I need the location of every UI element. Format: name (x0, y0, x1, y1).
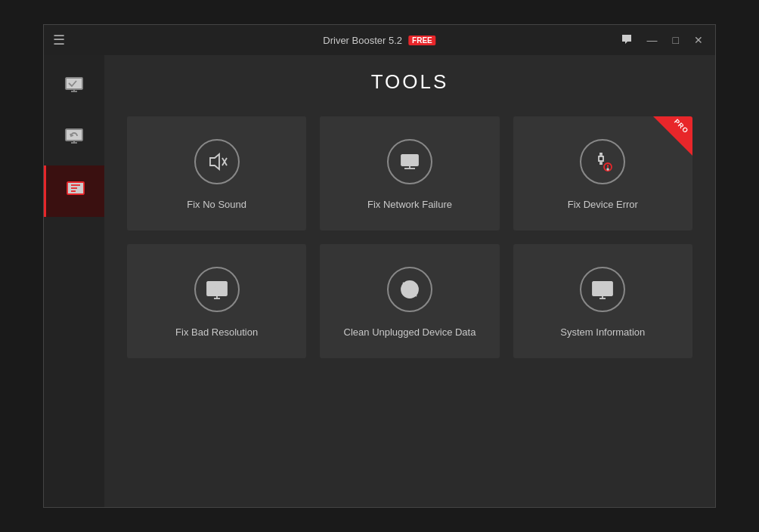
svg-point-20 (608, 169, 609, 170)
fix-no-sound-icon (194, 139, 240, 184)
fix-bad-resolution-label: Fix Bad Resolution (175, 326, 258, 339)
svg-point-30 (602, 284, 603, 286)
svg-rect-3 (66, 129, 82, 141)
tool-system-info[interactable]: System Information (513, 244, 692, 358)
main-area: TOOLS Fix No Sound (44, 55, 715, 507)
svg-rect-13 (401, 155, 418, 165)
title-bar-center: Driver Booster 5.2 FREE (323, 35, 435, 46)
restore-icon (64, 127, 84, 151)
tool-fix-no-sound[interactable]: Fix No Sound (127, 116, 306, 230)
tool-fix-device-error[interactable]: PRO Fix Device Error (513, 116, 692, 230)
minimize-button[interactable]: — (644, 33, 661, 47)
fix-network-icon (387, 139, 432, 184)
fix-device-error-icon (580, 139, 625, 184)
system-info-icon (580, 267, 625, 312)
free-badge: FREE (408, 36, 436, 45)
tool-clean-unplugged[interactable]: Clean Unplugged Device Data (320, 244, 499, 358)
display-icon (64, 76, 84, 100)
clean-unplugged-icon (387, 267, 432, 312)
page-title: TOOLS (127, 70, 692, 94)
fix-bad-resolution-icon (194, 267, 240, 312)
menu-icon[interactable]: ☰ (53, 32, 65, 48)
title-bar-right: — □ ✕ (618, 32, 706, 48)
sidebar (44, 55, 104, 507)
app-title: Driver Booster 5.2 (323, 35, 402, 46)
title-bar-left: ☰ (53, 32, 65, 48)
tool-fix-bad-resolution[interactable]: Fix Bad Resolution (127, 244, 306, 358)
sidebar-item-tools[interactable] (44, 165, 104, 217)
fix-no-sound-label: Fix No Sound (187, 198, 246, 212)
sidebar-item-restore[interactable] (44, 114, 104, 165)
fix-network-label: Fix Network Failure (367, 198, 452, 212)
pro-label: PRO (673, 118, 690, 135)
fix-device-error-label: Fix Device Error (568, 198, 638, 212)
sidebar-item-display[interactable] (44, 63, 104, 114)
close-button[interactable]: ✕ (691, 33, 706, 47)
svg-marker-10 (210, 154, 219, 169)
clean-unplugged-label: Clean Unplugged Device Data (344, 326, 476, 339)
app-window: ☰ Driver Booster 5.2 FREE — □ ✕ (43, 24, 716, 508)
chat-button[interactable] (618, 32, 635, 48)
restore-button[interactable]: □ (670, 33, 682, 47)
tools-grid: Fix No Sound Fix Network Failure (127, 116, 692, 358)
system-info-label: System Information (560, 326, 645, 339)
title-bar: ☰ Driver Booster 5.2 FREE — □ ✕ (44, 25, 715, 55)
pro-corner: PRO (653, 116, 692, 156)
content-area: TOOLS Fix No Sound (104, 55, 715, 507)
tools-icon (66, 178, 85, 203)
tool-fix-network[interactable]: Fix Network Failure (320, 116, 499, 230)
